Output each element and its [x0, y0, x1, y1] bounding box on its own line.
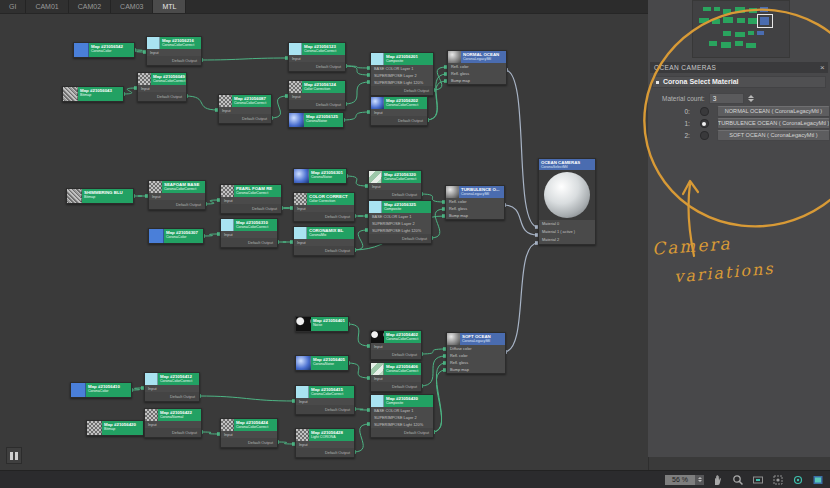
graph-node-n14[interactable]: PEARL FOAM RECoronaColorCorrectInputDefa…: [220, 184, 282, 214]
graph-node-n18[interactable]: Map #21056310CoronaColorCorrectInputDefa…: [220, 218, 278, 248]
material-input-slot[interactable]: Refl. gloss: [446, 205, 504, 212]
material-input-slot[interactable]: Bump map: [448, 77, 506, 84]
node-output-slot[interactable]: Default Output: [149, 200, 205, 209]
graph-node-n28[interactable]: Map #21056410CoronaColor: [70, 382, 132, 398]
node-input-slot[interactable]: Input: [145, 421, 201, 428]
pan-hand-icon[interactable]: [711, 473, 724, 486]
tab-cam03[interactable]: CAM03: [111, 0, 153, 13]
graph-node-n31[interactable]: Map #21056420Bitmap: [86, 420, 144, 436]
graph-node-n33[interactable]: Map #21056424CoronaColorCorrectInputDefa…: [220, 418, 278, 448]
node-input-slot[interactable]: SUPERIMPOSE Layer 2: [371, 72, 433, 79]
node-input-slot[interactable]: SUPERIMPOSE Light 120%: [369, 227, 431, 234]
graph-node-n13[interactable]: SEAFOAM BASECoronaColorCorrectInputDefau…: [148, 180, 206, 210]
tab-mtl[interactable]: MTL: [153, 0, 186, 13]
spinner-up-icon[interactable]: [748, 95, 754, 98]
node-input-slot[interactable]: Input: [221, 231, 277, 238]
material-count-spinner[interactable]: [748, 94, 755, 103]
material-radio[interactable]: [700, 119, 709, 128]
node-output-slot[interactable]: Default Output: [221, 238, 277, 247]
material-radio[interactable]: [700, 131, 709, 140]
graph-node-n07[interactable]: Map #21056124Color CorrectionInputDefaul…: [288, 80, 346, 110]
tab-gi[interactable]: GI: [0, 0, 26, 13]
material-input-slot[interactable]: Refl. gloss: [448, 70, 506, 77]
node-output-slot[interactable]: Default Output: [371, 382, 421, 391]
zoom-percent-value[interactable]: 56 %: [665, 475, 695, 485]
node-input-slot[interactable]: Input: [371, 343, 421, 350]
graph-node-n26[interactable]: Map #21056405CoronaNoise: [295, 355, 349, 371]
node-output-slot[interactable]: Default Output: [296, 448, 354, 457]
tab-cam02[interactable]: CAM02: [69, 0, 111, 13]
navigator-minimap[interactable]: [692, 0, 790, 58]
spinner-down-icon[interactable]: [748, 99, 754, 102]
node-input-slot[interactable]: Input: [294, 239, 354, 246]
graph-node-n12[interactable]: SHIMMERING BLUBitmap: [66, 188, 134, 204]
node-output-slot[interactable]: Default Output: [289, 100, 345, 109]
material-radio[interactable]: [700, 107, 709, 116]
material-input-slot[interactable]: Diffuse color: [447, 345, 505, 352]
node-output-slot[interactable]: Default Output: [369, 190, 421, 199]
graph-node-n36[interactable]: SOFT OCEANCoronaLegacyMtlDiffuse colorRe…: [446, 332, 506, 374]
close-icon[interactable]: ×: [820, 62, 825, 73]
pause-auto-update-button[interactable]: [6, 447, 22, 464]
graph-node-n21[interactable]: Map #21056325CompositeBASE COLOR Layer 1…: [368, 200, 432, 244]
minimap-selection-box[interactable]: [757, 14, 773, 28]
graph-node-n19[interactable]: CORONAMIX BLCoronaMixInputDefault Output: [293, 226, 355, 256]
graph-node-n32[interactable]: Map #21056422CoronaNormalInputDefault Ou…: [144, 408, 202, 438]
node-input-slot[interactable]: Input: [147, 49, 201, 56]
node-input-slot[interactable]: Input: [221, 197, 281, 204]
tab-cam01[interactable]: CAM01: [26, 0, 68, 13]
graph-node-n11[interactable]: NORMAL OCEANCoronaLegacyMtlRefl. colorRe…: [447, 50, 507, 85]
zoom-extents-icon[interactable]: [751, 473, 764, 486]
material-input-slot[interactable]: Refl. gloss: [447, 359, 505, 366]
node-input-slot[interactable]: Input: [289, 55, 345, 62]
graph-node-n29[interactable]: Map #21056412CoronaColorCorrectInputDefa…: [144, 372, 200, 402]
node-output-slot[interactable]: Default Output: [294, 212, 354, 221]
graph-node-n06[interactable]: Map #21056123CoronaColorCorrectInputDefa…: [288, 42, 346, 72]
graph-node-n27[interactable]: Map #21056406CoronaColorCorrectInputDefa…: [370, 362, 422, 392]
node-input-slot[interactable]: Input: [149, 193, 205, 200]
zoom-magnifier-icon[interactable]: [731, 473, 744, 486]
node-input-slot[interactable]: Input: [371, 109, 427, 116]
node-output-slot[interactable]: Default Output: [145, 428, 201, 437]
node-input-slot[interactable]: SUPERIMPOSE Light 120%: [371, 421, 433, 428]
node-input-slot[interactable]: Input: [371, 375, 421, 382]
node-input-slot[interactable]: Input: [296, 441, 354, 448]
node-input-slot[interactable]: Input: [369, 183, 421, 190]
graph-node-n02[interactable]: Map #21056216CoronaColorCorrectInputDefa…: [146, 36, 202, 66]
graph-node-n15[interactable]: Map #21056301CoronaNoise: [293, 168, 347, 184]
node-input-slot[interactable]: Input: [294, 205, 354, 212]
node-output-slot[interactable]: Default Output: [371, 86, 433, 95]
graph-node-n03[interactable]: Map #21056043Bitmap: [62, 86, 124, 102]
material-input-slot[interactable]: Refl. color: [447, 352, 505, 359]
graph-node-n25[interactable]: Map #21056402CoronaColorCorrectInputDefa…: [370, 330, 422, 360]
node-output-slot[interactable]: Default Output: [145, 392, 199, 401]
graph-node-n30[interactable]: Map #21056415CoronaColorCorrectInputDefa…: [295, 385, 355, 415]
material-input-slot[interactable]: Refl. color: [446, 198, 504, 205]
node-input-slot[interactable]: BASE COLOR Layer 1: [369, 213, 431, 220]
graph-node-n01[interactable]: Map #21056542CoronaColor: [73, 42, 135, 58]
pan-to-selected-icon[interactable]: [791, 473, 804, 486]
node-output-slot[interactable]: Default Output: [296, 405, 354, 414]
node-input-slot[interactable]: Input: [219, 107, 271, 114]
zoom-spinner[interactable]: [695, 475, 704, 485]
node-output-slot[interactable]: Default Output: [219, 114, 271, 123]
show-grid-icon[interactable]: [811, 473, 824, 486]
select-material-slot[interactable]: Material 1 ( active ): [539, 228, 595, 236]
node-graph-canvas[interactable]: Map #21056542CoronaColorMap #21056216Cor…: [0, 13, 649, 470]
node-output-slot[interactable]: Default Output: [371, 350, 421, 359]
node-output-slot[interactable]: Default Output: [289, 62, 345, 71]
graph-node-n10[interactable]: Map #21056202CoronaColorCorrectInputDefa…: [370, 96, 428, 126]
select-material-slot[interactable]: Material 0: [539, 220, 595, 228]
node-output-slot[interactable]: Default Output: [371, 116, 427, 125]
node-input-slot[interactable]: Input: [221, 431, 277, 438]
rollout-corona-select-material[interactable]: Corona Select Material: [652, 76, 826, 88]
select-material-slot[interactable]: Material 2: [539, 236, 595, 244]
material-input-slot[interactable]: Bump map: [447, 366, 505, 373]
graph-node-n20[interactable]: Map #21056320CoronaColorCorrectInputDefa…: [368, 170, 422, 200]
node-output-slot[interactable]: Default Output: [147, 56, 201, 65]
node-input-slot[interactable]: Input: [289, 93, 345, 100]
material-button[interactable]: NORMAL OCEAN ( CoronaLegacyMtl ): [717, 106, 830, 117]
node-output-slot[interactable]: Default Output: [294, 246, 354, 255]
node-output-slot[interactable]: Default Output: [138, 92, 186, 101]
graph-node-n24[interactable]: Map #21056401Noise: [295, 316, 349, 332]
